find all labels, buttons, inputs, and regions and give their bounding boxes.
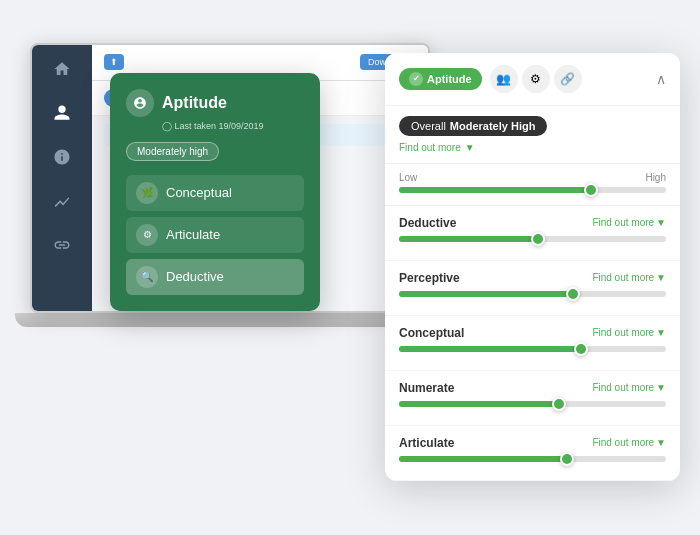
overall-slider-fill [399,187,591,193]
scene: ⬆ Download M Matt Jones Overview Overvie… [10,13,690,523]
metric-chevron-articulate: ▼ [656,437,666,448]
metric-row-numerate: Numerate Find out more ▼ [385,371,680,426]
deductive-slider[interactable] [399,236,666,242]
slider-labels: Low High [399,172,666,183]
metric-row-conceptual: Conceptual Find out more ▼ [385,316,680,371]
overall-value: Moderately High [450,120,536,132]
card-title: Aptitude [162,94,227,112]
share-button[interactable]: ⬆ [104,54,124,70]
metric-row-deductive: Deductive Find out more ▼ [385,206,680,261]
metric-findout-deductive[interactable]: Find out more [592,217,654,228]
conceptual-slider[interactable] [399,346,666,352]
perceptive-thumb[interactable] [566,287,580,301]
articulate-icon: ⚙ [136,224,158,246]
card-subtitle: ◯ Last taken 19/09/2019 [162,121,304,131]
metric-header-articulate: Articulate Find out more ▼ [399,436,666,450]
metric-findout-numerate[interactable]: Find out more [592,382,654,393]
aptitude-card: Aptitude ◯ Last taken 19/09/2019 Moderat… [110,73,320,311]
panel-body: Deductive Find out more ▼ Perceptive Fin… [385,206,680,481]
conceptual-thumb[interactable] [574,342,588,356]
metric-header-deductive: Deductive Find out more ▼ [399,216,666,230]
perceptive-slider[interactable] [399,291,666,297]
right-panel: ✓ Aptitude 👥 ⚙ 🔗 ∧ Overall Moderately Hi… [385,53,680,481]
metric-header-numerate: Numerate Find out more ▼ [399,381,666,395]
card-item-conceptual[interactable]: 🌿 Conceptual [126,175,304,211]
numerate-slider[interactable] [399,401,666,407]
metric-chevron-numerate: ▼ [656,382,666,393]
articulate-slider[interactable] [399,456,666,462]
articulate-thumb[interactable] [560,452,574,466]
card-item-deductive[interactable]: 🔍 Deductive [126,259,304,295]
sidebar-home-icon [42,49,82,89]
find-out-chevron: ▼ [465,142,475,153]
metric-header-conceptual: Conceptual Find out more ▼ [399,326,666,340]
tab-label: Aptitude [427,73,472,85]
conceptual-fill [399,346,581,352]
overall-label: Overall [411,120,446,132]
share-icon-btn[interactable]: 🔗 [554,65,582,93]
panel-header: ✓ Aptitude 👥 ⚙ 🔗 ∧ [385,53,680,106]
overall-slider-track[interactable] [399,187,666,193]
metric-name-articulate: Articulate [399,436,592,450]
metric-findout-articulate[interactable]: Find out more [592,437,654,448]
deductive-label: Deductive [166,269,224,284]
low-label: Low [399,172,417,183]
deductive-thumb[interactable] [531,232,545,246]
high-label: High [645,172,666,183]
metric-findout-perceptive[interactable]: Find out more [592,272,654,283]
panel-overall: Overall Moderately High Find out more ▼ [385,106,680,164]
numerate-fill [399,401,559,407]
metric-chevron-conceptual: ▼ [656,327,666,338]
overall-badge: Overall Moderately High [399,116,547,136]
people-icon-btn[interactable]: 👥 [490,65,518,93]
aptitude-icon [126,89,154,117]
conceptual-label: Conceptual [166,185,232,200]
deductive-fill [399,236,538,242]
card-item-articulate[interactable]: ⚙ Articulate [126,217,304,253]
metric-header-perceptive: Perceptive Find out more ▼ [399,271,666,285]
metric-name-numerate: Numerate [399,381,592,395]
metric-findout-conceptual[interactable]: Find out more [592,327,654,338]
overall-slider-section: Low High [385,164,680,206]
aptitude-tab[interactable]: ✓ Aptitude [399,68,482,90]
tab-check-icon: ✓ [409,72,423,86]
perceptive-fill [399,291,573,297]
deductive-icon: 🔍 [136,266,158,288]
metric-chevron-perceptive: ▼ [656,272,666,283]
sidebar-user-icon[interactable] [42,93,82,133]
sidebar-link-icon[interactable] [42,225,82,265]
laptop-sidebar [32,45,92,311]
sidebar-info-icon[interactable] [42,137,82,177]
overall-slider-thumb[interactable] [584,183,598,197]
metric-chevron-deductive: ▼ [656,217,666,228]
metric-row-perceptive: Perceptive Find out more ▼ [385,261,680,316]
metric-name-conceptual: Conceptual [399,326,592,340]
metric-name-deductive: Deductive [399,216,592,230]
metric-row-articulate: Articulate Find out more ▼ [385,426,680,481]
card-items: 🌿 Conceptual ⚙ Articulate 🔍 Deductive [126,175,304,295]
articulate-fill [399,456,567,462]
articulate-label: Articulate [166,227,220,242]
find-out-text: Find out more [399,142,461,153]
laptop-base [15,313,445,327]
conceptual-icon: 🌿 [136,182,158,204]
collapse-icon[interactable]: ∧ [656,71,666,87]
overall-find-out[interactable]: Find out more ▼ [399,142,666,153]
card-badge: Moderately high [126,142,219,161]
numerate-thumb[interactable] [552,397,566,411]
card-header: Aptitude [126,89,304,117]
settings-icon-btn[interactable]: ⚙ [522,65,550,93]
metric-name-perceptive: Perceptive [399,271,592,285]
sidebar-chart-icon[interactable] [42,181,82,221]
